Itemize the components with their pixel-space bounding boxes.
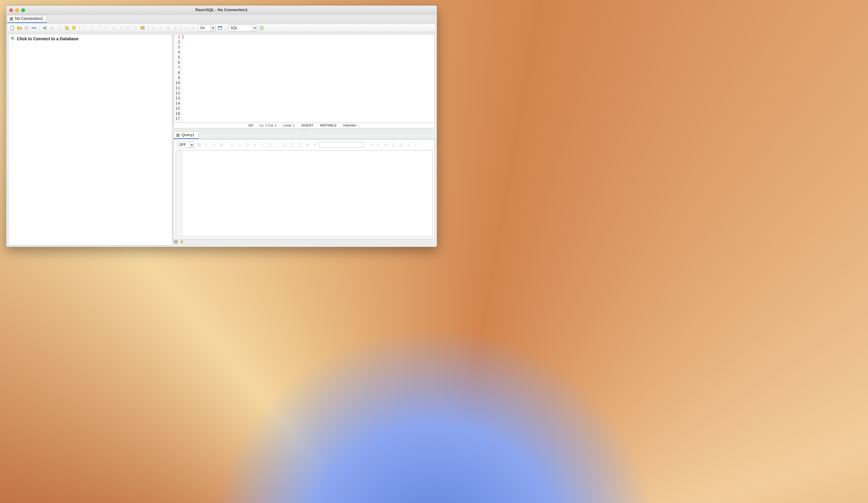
align-button[interactable] — [132, 25, 139, 31]
svg-rect-40 — [174, 240, 177, 243]
svg-rect-4 — [34, 27, 36, 29]
editor-text-area[interactable] — [182, 34, 435, 123]
line-number: 3 — [174, 44, 180, 50]
line-number: 17 — [174, 116, 180, 121]
chevron-down-icon — [252, 25, 257, 31]
results-form-button[interactable] — [289, 142, 296, 148]
svg-rect-36 — [307, 144, 308, 145]
copy-button[interactable] — [89, 25, 95, 31]
sql-editor[interactable]: 1234567891011121314151617 — [174, 34, 435, 123]
connection-tabstrip: No Connection1 — [6, 15, 437, 23]
save-button[interactable] — [23, 25, 30, 31]
horizontal-splitter[interactable]: • • • — [174, 128, 435, 131]
results-filter-select[interactable]: OFF — [177, 142, 194, 148]
results-undo-button[interactable] — [229, 142, 236, 148]
sql-reference-button[interactable] — [258, 25, 265, 31]
results-grid-button[interactable] — [281, 142, 288, 148]
results-edit-button[interactable] — [390, 142, 397, 148]
svg-rect-6 — [52, 26, 54, 30]
results-toolbar: OFF — [176, 141, 433, 149]
connect-button[interactable] — [42, 25, 48, 31]
lightning-icon[interactable] — [180, 240, 184, 245]
results-paste-button[interactable] — [274, 142, 281, 148]
text-cursor — [183, 35, 183, 39]
nav-swap-button[interactable] — [157, 25, 164, 31]
results-filter-value: OFF — [177, 142, 189, 148]
results-table-view-button[interactable] — [398, 142, 404, 148]
results-redo-button[interactable] — [237, 142, 243, 148]
indent-left-button[interactable] — [111, 25, 117, 31]
line-number: 4 — [174, 50, 180, 55]
copy-connection-button[interactable] — [56, 25, 63, 31]
disconnect-button[interactable] — [49, 25, 55, 31]
results-move-down-button[interactable] — [405, 142, 412, 148]
results-next-all-button[interactable] — [375, 142, 382, 148]
line-number: 11 — [174, 85, 180, 90]
nav-forward-button[interactable] — [151, 25, 157, 31]
results-swap2-button[interactable] — [413, 142, 419, 148]
results-refresh-button[interactable] — [244, 142, 251, 148]
results-swap-button[interactable] — [259, 142, 266, 148]
status-delimiter: Delimiter: ; — [343, 123, 359, 128]
line-number: 2 — [174, 39, 180, 44]
connect-icon — [10, 36, 15, 42]
results-tab-query1[interactable]: Query1 — [174, 132, 199, 139]
new-file-button[interactable] — [9, 25, 16, 31]
results-delete-row-button[interactable] — [218, 142, 225, 148]
database-drop-button[interactable] — [71, 25, 77, 31]
line-number: 5 — [174, 55, 180, 60]
close-icon[interactable] — [10, 17, 13, 21]
nav-up-button[interactable] — [172, 25, 178, 31]
indent-right-button[interactable] — [118, 25, 124, 31]
results-save-button[interactable] — [196, 142, 202, 148]
sidebar-connect-item[interactable]: Click to Connect to a Database — [8, 34, 172, 43]
svg-point-26 — [238, 144, 240, 145]
titlebar: RazorSQL - No Connection1 — [6, 6, 437, 15]
status-counter: 0/0 — [248, 123, 253, 128]
main-toolbar: On SQL — [8, 24, 435, 32]
status-cursor: Ln. 1 Col. 1 — [260, 123, 277, 128]
results-prev-button[interactable] — [383, 142, 389, 148]
results-export-button[interactable] — [297, 142, 303, 148]
format-button[interactable] — [125, 25, 132, 31]
results-print-button[interactable] — [304, 142, 311, 148]
svg-rect-39 — [400, 144, 403, 146]
results-insert-button[interactable] — [251, 142, 258, 148]
sidebar: Click to Connect to a Database — [8, 34, 172, 245]
results-sort-button[interactable] — [203, 142, 210, 148]
autocomplete-select[interactable]: On — [198, 24, 216, 31]
paste-button[interactable] — [96, 25, 103, 31]
svg-rect-13 — [84, 27, 86, 30]
svg-rect-19 — [141, 28, 144, 29]
commit-button[interactable] — [183, 25, 190, 31]
open-file-button[interactable] — [16, 25, 23, 31]
results-attachment-button[interactable] — [311, 142, 318, 148]
undo-button[interactable] — [103, 25, 110, 31]
right-panel: 1234567891011121314151617 0/0 Ln. 1 Col.… — [174, 34, 435, 245]
stop-icon[interactable] — [174, 240, 178, 245]
highlight-button[interactable] — [139, 25, 146, 31]
language-select[interactable]: SQL — [228, 24, 257, 31]
rollback-button[interactable] — [190, 25, 197, 31]
editor-line-gutter: 1234567891011121314151617 — [174, 34, 182, 123]
results-next-button[interactable] — [368, 142, 374, 148]
calendar-button[interactable] — [217, 25, 223, 31]
app-window: RazorSQL - No Connection1 No Connection1 — [6, 6, 437, 247]
results-grid[interactable] — [176, 150, 433, 237]
nav-down-button[interactable] — [165, 25, 172, 31]
results-add-row-button[interactable] — [211, 142, 217, 148]
svg-rect-1 — [25, 28, 28, 29]
line-number: 13 — [174, 95, 180, 101]
results-tabstrip: Query1 — [174, 131, 435, 139]
chevron-down-icon — [189, 142, 194, 148]
connection-tab-noconnection1[interactable]: No Connection1 — [7, 15, 47, 23]
line-number: 12 — [174, 90, 180, 95]
status-mode: INSERT — [301, 123, 313, 128]
svg-rect-2 — [26, 27, 28, 28]
results-search-input[interactable] — [319, 142, 364, 148]
cut-button[interactable] — [82, 25, 88, 31]
new-tab-button[interactable] — [63, 25, 70, 31]
connection-wizard-button[interactable] — [31, 25, 37, 31]
close-icon[interactable] — [176, 133, 180, 137]
results-copy-button[interactable] — [267, 142, 273, 148]
